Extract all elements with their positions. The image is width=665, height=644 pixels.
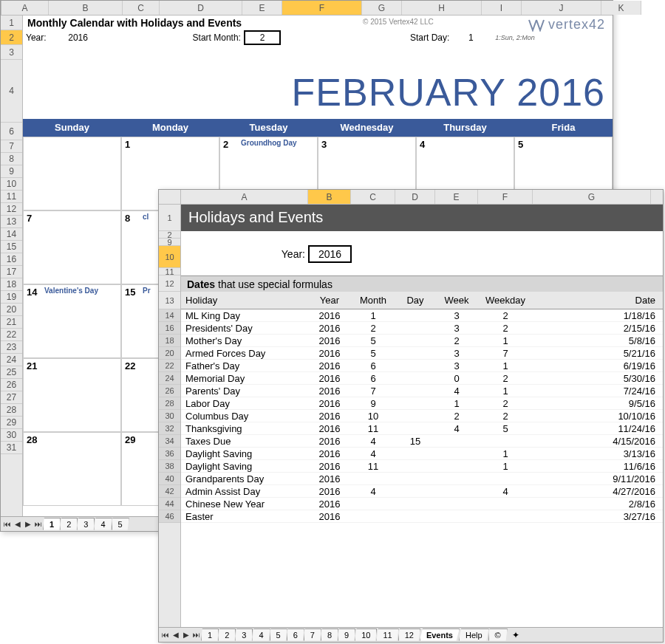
table-row[interactable]: Columbus Day2016102210/10/16 [181, 410, 663, 422]
row-header-28[interactable]: 28 [1, 404, 22, 417]
row-header-2[interactable]: 2 [1, 30, 22, 45]
column-header-I[interactable]: I [482, 1, 522, 15]
tab-nav-prev[interactable]: ◀ [13, 519, 23, 530]
calendar-cell[interactable]: 28 [23, 432, 121, 506]
calendar-cell[interactable]: 7 [23, 210, 121, 284]
sheet-tab-Events[interactable]: Events [420, 628, 460, 641]
column-header-A[interactable]: A [1, 1, 49, 15]
row-header-6[interactable]: 6 [1, 123, 22, 140]
sheet-tab-5[interactable]: 5 [112, 518, 129, 530]
sheet-tab-1[interactable]: 1 [43, 518, 61, 530]
table-row[interactable]: Chinese New Year20162/8/16 [181, 498, 663, 510]
row-header-16[interactable]: 16 [159, 322, 180, 335]
column-header-G[interactable]: G [362, 1, 402, 15]
sheet-tab-11[interactable]: 11 [376, 628, 398, 641]
sheet-tab-6[interactable]: 6 [287, 628, 304, 641]
tab-nav-first[interactable]: ⏮ [160, 630, 171, 640]
row-header-25[interactable]: 25 [1, 366, 22, 379]
row-header-30[interactable]: 30 [1, 429, 22, 442]
row-header-9[interactable]: 9 [159, 239, 180, 246]
row-header-9[interactable]: 9 [1, 165, 22, 178]
calendar-cell[interactable]: 14Valentine's Day [23, 284, 121, 358]
row-header-11[interactable]: 11 [159, 268, 180, 275]
table-row[interactable]: Presidents' Day20162322/15/16 [181, 322, 663, 335]
tab-nav-first[interactable]: ⏮ [2, 519, 13, 530]
sheet-tab-3[interactable]: 3 [235, 628, 253, 641]
row-header-15[interactable]: 15 [1, 241, 22, 253]
row-header-29[interactable]: 29 [1, 417, 22, 429]
tab-nav-last[interactable]: ⏭ [191, 630, 202, 640]
row-header-27[interactable]: 27 [1, 391, 22, 404]
sheet-tab-9[interactable]: 9 [338, 628, 355, 641]
tab-nav-prev[interactable]: ◀ [171, 630, 181, 640]
sheet-tab-2[interactable]: 2 [60, 518, 78, 530]
sheet-tab-1[interactable]: 1 [201, 628, 219, 641]
column-header-C[interactable]: C [123, 1, 160, 15]
tab-nav-next[interactable]: ▶ [181, 630, 191, 640]
start-month-value[interactable]: 2 [244, 30, 281, 45]
row-header-20[interactable]: 20 [159, 347, 180, 360]
row-header-44[interactable]: 44 [159, 498, 180, 510]
row-header-3[interactable]: 3 [1, 45, 22, 60]
column-header-F[interactable]: F [282, 1, 362, 15]
column-header-A[interactable]: A [181, 190, 308, 204]
column-header-F[interactable]: F [478, 190, 533, 204]
row-header-1[interactable]: 1 [159, 205, 180, 231]
row-header-19[interactable]: 19 [1, 291, 22, 304]
sheet-tab-Help[interactable]: Help [459, 628, 489, 641]
sheet-tab-2[interactable]: 2 [218, 628, 236, 641]
column-header-B[interactable]: B [49, 1, 123, 15]
row-header-8[interactable]: 8 [1, 153, 22, 165]
row-header-40[interactable]: 40 [159, 473, 180, 485]
table-row[interactable]: Mother's Day20165215/8/16 [181, 335, 663, 347]
calendar-cell[interactable] [23, 137, 121, 210]
column-header-D[interactable]: D [160, 1, 242, 15]
select-all-corner[interactable] [159, 190, 181, 204]
row-header-1[interactable]: 1 [1, 16, 22, 30]
table-row[interactable]: Daylight Saving201611111/6/16 [181, 460, 663, 473]
row-header-38[interactable]: 38 [159, 460, 180, 473]
row-header-11[interactable]: 11 [1, 191, 22, 203]
row-header-10[interactable]: 10 [1, 178, 22, 191]
column-header-G[interactable]: G [533, 190, 651, 204]
table-row[interactable]: Labor Day20169129/5/16 [181, 397, 663, 410]
table-row[interactable]: Easter20163/27/16 [181, 510, 663, 523]
table-row[interactable]: Grandparents Day20169/11/2016 [181, 473, 663, 485]
row-header-46[interactable]: 46 [159, 510, 180, 523]
row-header-4[interactable]: 4 [1, 60, 22, 123]
column-header-D[interactable]: D [395, 190, 435, 204]
table-row[interactable]: ML King Day20161321/18/16 [181, 309, 663, 322]
row-header-26[interactable]: 26 [159, 385, 180, 397]
sheet-tab-©[interactable]: © [488, 628, 508, 641]
calendar-cell[interactable]: 21 [23, 358, 121, 432]
column-header-E[interactable]: E [242, 1, 282, 15]
row-header-42[interactable]: 42 [159, 485, 180, 498]
column-header-J[interactable]: J [522, 1, 601, 15]
sheet-tab-12[interactable]: 12 [398, 628, 420, 641]
column-header-H[interactable]: H [402, 1, 482, 15]
row-header-26[interactable]: 26 [1, 379, 22, 391]
row-header-28[interactable]: 28 [159, 397, 180, 410]
table-row[interactable]: Memorial Day20166025/30/16 [181, 372, 663, 385]
sheet-tab-3[interactable]: 3 [77, 518, 95, 530]
insert-sheet-icon[interactable]: ✦ [512, 630, 519, 640]
sheet-tab-8[interactable]: 8 [321, 628, 338, 641]
column-header-E[interactable]: E [435, 190, 478, 204]
row-header-20[interactable]: 20 [1, 304, 22, 316]
row-header-24[interactable]: 24 [159, 372, 180, 385]
tab-nav-next[interactable]: ▶ [23, 519, 33, 530]
column-header-C[interactable]: C [351, 190, 395, 204]
table-row[interactable]: Armed Forces Day20165375/21/16 [181, 347, 663, 360]
row-header-13[interactable]: 13 [1, 216, 22, 228]
row-header-12[interactable]: 12 [159, 275, 180, 292]
sheet-tab-4[interactable]: 4 [252, 628, 270, 641]
row-header-14[interactable]: 14 [1, 228, 22, 241]
row-header-13[interactable]: 13 [159, 292, 180, 309]
sheet-tab-7[interactable]: 7 [304, 628, 321, 641]
row-header-23[interactable]: 23 [1, 341, 22, 354]
table-row[interactable]: Father's Day20166316/19/16 [181, 360, 663, 372]
row-header-34[interactable]: 34 [159, 435, 180, 448]
sheet-tab-10[interactable]: 10 [355, 628, 377, 641]
row-header-18[interactable]: 18 [159, 335, 180, 347]
table-row[interactable]: Admin Assist Day2016444/27/2016 [181, 485, 663, 498]
